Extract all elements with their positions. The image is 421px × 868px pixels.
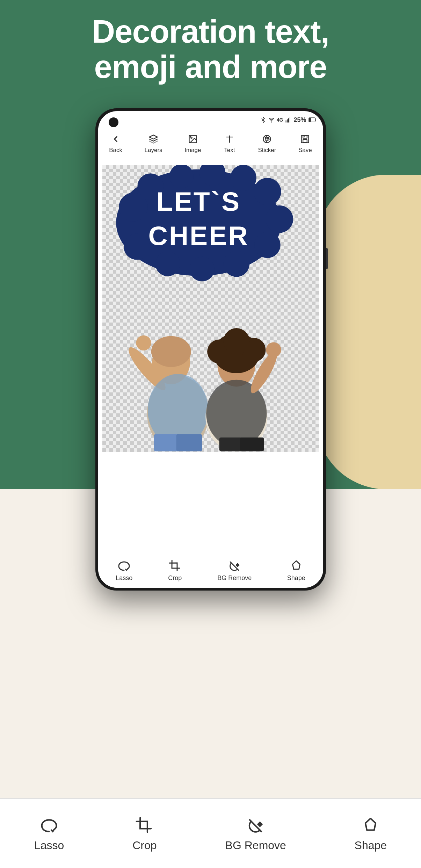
layers-icon <box>147 133 160 145</box>
nav-lasso-label: Lasso <box>34 839 64 852</box>
svg-marker-36 <box>235 563 240 567</box>
signal-icon <box>285 117 291 123</box>
nav-lasso[interactable]: Lasso <box>34 815 64 852</box>
nav-lasso-icon <box>37 815 61 836</box>
svg-text:CHEER: CHEER <box>148 221 249 251</box>
nav-bg-remove[interactable]: BG Remove <box>225 815 286 852</box>
nav-bg-remove-icon <box>244 815 268 836</box>
svg-rect-4 <box>290 117 290 123</box>
svg-point-0 <box>271 122 272 122</box>
nav-shape-label: Shape <box>355 839 387 852</box>
person2-pants2 <box>240 437 264 451</box>
save-icon <box>299 133 311 145</box>
person1-hair <box>151 336 191 367</box>
back-label: Back <box>109 147 122 154</box>
svg-point-27 <box>254 178 281 205</box>
crop-icon <box>168 559 182 573</box>
headline-text: Decoration text, emoji and more <box>28 14 393 85</box>
person1-jeans <box>154 434 180 451</box>
crop-button[interactable]: Crop <box>168 559 182 582</box>
svg-point-31 <box>189 256 214 281</box>
top-toolbar: Back Layers <box>98 129 323 158</box>
person1-jeans2 <box>176 434 202 451</box>
side-button <box>326 248 328 269</box>
svg-rect-1 <box>286 121 286 123</box>
headline: Decoration text, emoji and more <box>0 14 421 85</box>
bottom-toolbar: Lasso Crop <box>98 553 323 588</box>
svg-marker-39 <box>365 818 376 830</box>
svg-rect-20 <box>303 139 307 142</box>
sticker-label: Sticker <box>258 147 276 154</box>
person2-hair4 <box>223 328 249 354</box>
status-bar: 4G 25% <box>98 111 323 129</box>
svg-point-30 <box>223 251 249 277</box>
back-icon <box>109 133 122 145</box>
bg-remove-button[interactable]: BG Remove <box>217 559 252 582</box>
bg-remove-icon <box>227 559 241 573</box>
svg-rect-6 <box>309 118 311 122</box>
text-label: Text <box>224 147 235 154</box>
image-button[interactable]: Image <box>184 133 201 154</box>
sticker-button[interactable]: Sticker <box>258 133 276 154</box>
phone-frame: 4G 25% <box>95 108 326 591</box>
nav-crop-icon <box>132 815 157 836</box>
person2-pants <box>219 437 243 451</box>
camera-hole <box>109 117 118 127</box>
person2-hand <box>266 342 281 357</box>
network-label: 4G <box>277 117 283 123</box>
svg-marker-10 <box>149 135 157 139</box>
canvas-svg: LET`S CHEER <box>102 165 319 452</box>
nav-bg-remove-label: BG Remove <box>225 839 286 852</box>
canvas-sticker-container: LET`S CHEER <box>102 165 319 452</box>
svg-rect-19 <box>303 136 307 138</box>
lasso-label: Lasso <box>116 574 132 582</box>
wifi-icon <box>268 117 275 123</box>
nav-shape-icon <box>358 815 383 836</box>
battery-text: 25% <box>293 116 306 124</box>
svg-marker-37 <box>292 561 300 569</box>
svg-rect-2 <box>287 120 288 123</box>
svg-point-28 <box>266 205 293 233</box>
shape-button[interactable]: Shape <box>287 559 305 582</box>
lasso-button[interactable]: Lasso <box>116 559 132 582</box>
shape-icon <box>289 559 303 573</box>
save-button[interactable]: Save <box>298 133 312 154</box>
svg-rect-3 <box>288 118 289 123</box>
layers-button[interactable]: Layers <box>145 133 162 154</box>
bg-remove-label: BG Remove <box>217 574 252 582</box>
layers-label: Layers <box>145 147 162 154</box>
crop-label: Crop <box>168 574 182 582</box>
bluetooth-icon <box>260 117 266 123</box>
phone-screen: 4G 25% <box>98 111 323 588</box>
shape-label: Shape <box>287 574 305 582</box>
sticker-icon <box>261 133 273 145</box>
svg-marker-38 <box>257 821 263 827</box>
image-icon <box>187 133 199 145</box>
svg-point-16 <box>265 137 267 139</box>
battery-icon <box>309 117 316 122</box>
svg-point-29 <box>254 232 280 258</box>
svg-text:LET`S: LET`S <box>156 187 240 216</box>
canvas-checkered: LET`S CHEER <box>102 165 319 452</box>
image-label: Image <box>184 147 201 154</box>
text-icon <box>223 133 236 145</box>
person1-hand <box>136 335 151 350</box>
background-tan-shape <box>316 175 421 489</box>
text-button[interactable]: Text <box>223 133 236 154</box>
nav-shape[interactable]: Shape <box>355 815 387 852</box>
nav-crop[interactable]: Crop <box>132 815 157 852</box>
nav-crop-label: Crop <box>132 839 157 852</box>
svg-point-33 <box>124 233 150 260</box>
lasso-icon <box>117 559 131 573</box>
svg-point-17 <box>268 137 269 139</box>
svg-point-32 <box>155 252 180 276</box>
back-button[interactable]: Back <box>109 133 122 154</box>
canvas-area[interactable]: LET`S CHEER <box>98 158 323 553</box>
bottom-nav: Lasso Crop BG Remove Shape <box>0 798 421 868</box>
status-icons: 4G 25% <box>260 116 316 124</box>
save-label: Save <box>298 147 312 154</box>
